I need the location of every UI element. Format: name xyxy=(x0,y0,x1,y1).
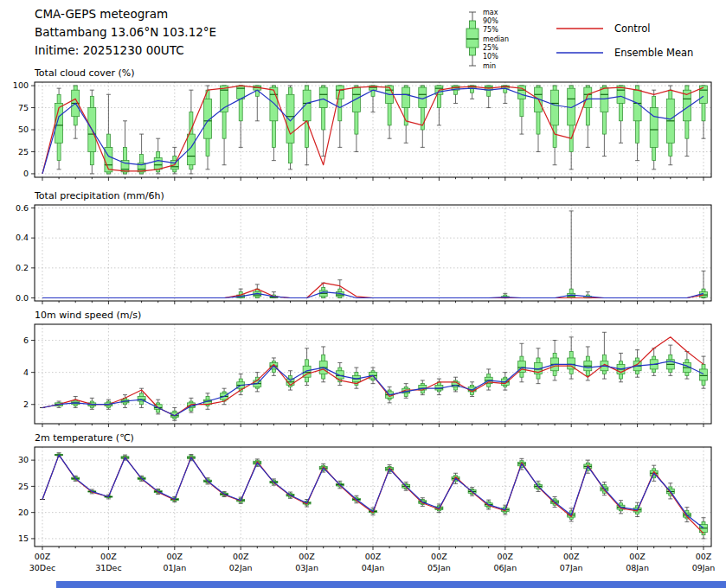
svg-text:10%: 10% xyxy=(483,53,498,61)
svg-text:max: max xyxy=(483,9,498,16)
svg-text:Ensemble Mean: Ensemble Mean xyxy=(614,47,693,59)
horizontal-scrollbar[interactable] xyxy=(56,581,726,588)
boxplot-legend: max90%75%median25%10%min xyxy=(466,9,509,70)
svg-text:08Jan: 08Jan xyxy=(626,563,649,572)
svg-text:00Z: 00Z xyxy=(166,552,183,561)
svg-text:0.0: 0.0 xyxy=(16,293,29,303)
svg-text:4: 4 xyxy=(23,368,29,377)
svg-text:02Jan: 02Jan xyxy=(229,563,253,572)
location-line: Battambang 13.06°N 103.12°E xyxy=(35,23,216,42)
svg-text:07Jan: 07Jan xyxy=(560,563,583,572)
svg-text:90%: 90% xyxy=(483,17,498,25)
svg-text:03Jan: 03Jan xyxy=(295,563,318,572)
svg-text:6: 6 xyxy=(23,336,29,345)
svg-text:Total cloud cover (%): Total cloud cover (%) xyxy=(34,67,135,79)
svg-text:min: min xyxy=(483,62,496,70)
svg-text:30Dec: 30Dec xyxy=(29,563,55,572)
svg-text:75: 75 xyxy=(18,103,29,112)
panel-temp: 2m temperature (℃)1520253000Z30Dec00Z31D… xyxy=(18,432,715,572)
meteogram-title: CMA-GEPS meteogram xyxy=(35,5,216,23)
panel-wind: 10m wind speed (m/s)246 xyxy=(23,310,711,427)
svg-text:00Z: 00Z xyxy=(696,552,712,561)
svg-text:01Jan: 01Jan xyxy=(163,563,186,572)
line-legend: ControlEnsemble Mean xyxy=(556,22,693,59)
svg-text:25%: 25% xyxy=(483,44,498,52)
panel-precip: Total precipitation (mm/6h)0.00.20.40.6 xyxy=(16,190,711,304)
svg-text:100: 100 xyxy=(13,80,29,90)
svg-text:0.6: 0.6 xyxy=(16,203,29,213)
svg-text:20: 20 xyxy=(18,508,29,517)
panel-cloud: Total cloud cover (%)0255075100 xyxy=(13,67,711,181)
svg-text:00Z: 00Z xyxy=(563,552,580,561)
meteogram-chart: Total cloud cover (%)0255075100Total pre… xyxy=(0,0,726,588)
svg-text:25: 25 xyxy=(18,482,29,491)
svg-text:04Jan: 04Jan xyxy=(362,563,385,572)
svg-text:0: 0 xyxy=(23,169,29,178)
svg-text:30: 30 xyxy=(18,455,29,464)
svg-text:75%: 75% xyxy=(483,26,498,34)
svg-text:10m wind speed (m/s): 10m wind speed (m/s) xyxy=(35,310,141,321)
svg-text:2m temperature (℃): 2m temperature (℃) xyxy=(35,432,134,444)
svg-text:median: median xyxy=(483,35,509,43)
svg-text:00Z: 00Z xyxy=(365,552,382,561)
initime-line: Initime: 20251230 00UTC xyxy=(35,42,216,60)
svg-text:09Jan: 09Jan xyxy=(692,563,716,572)
svg-text:50: 50 xyxy=(18,125,29,134)
svg-text:Control: Control xyxy=(614,22,651,35)
svg-text:25: 25 xyxy=(18,147,29,157)
svg-text:05Jan: 05Jan xyxy=(427,563,451,572)
svg-text:00Z: 00Z xyxy=(233,552,249,561)
svg-text:Total precipitation (mm/6h): Total precipitation (mm/6h) xyxy=(34,190,164,201)
svg-text:15: 15 xyxy=(18,534,29,543)
svg-text:00Z: 00Z xyxy=(629,552,646,561)
svg-text:00Z: 00Z xyxy=(35,552,51,561)
svg-text:00Z: 00Z xyxy=(299,552,315,561)
svg-text:31Dec: 31Dec xyxy=(95,563,121,572)
svg-text:0.4: 0.4 xyxy=(16,233,29,242)
svg-text:00Z: 00Z xyxy=(100,552,117,561)
svg-text:0.2: 0.2 xyxy=(16,263,29,272)
svg-text:00Z: 00Z xyxy=(497,552,513,561)
meteogram-page: CMA-GEPS meteogram Battambang 13.06°N 10… xyxy=(0,0,726,588)
svg-text:06Jan: 06Jan xyxy=(493,563,517,572)
svg-text:2: 2 xyxy=(23,399,29,409)
header: CMA-GEPS meteogram Battambang 13.06°N 10… xyxy=(35,5,216,60)
svg-text:00Z: 00Z xyxy=(431,552,447,561)
